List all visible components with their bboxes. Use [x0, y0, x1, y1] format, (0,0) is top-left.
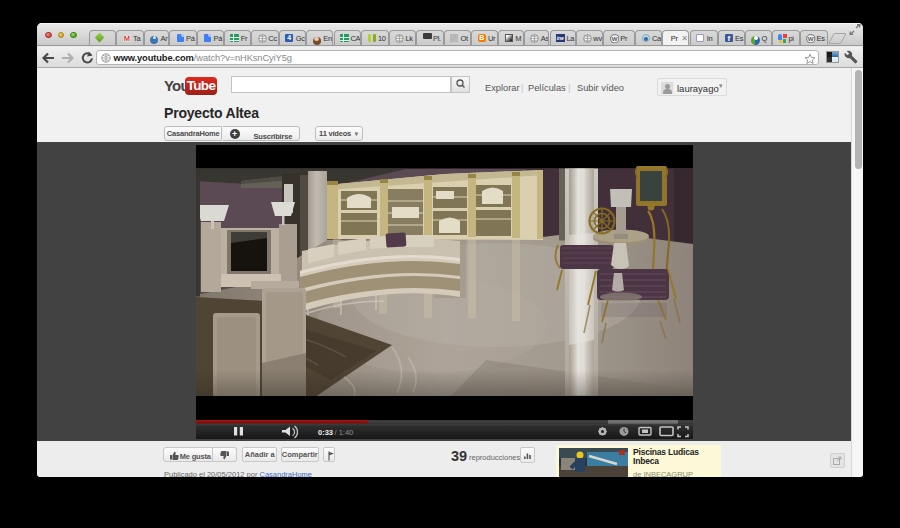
- svg-text:/ 1:40: / 1:40: [335, 428, 354, 437]
- svg-text:W: W: [808, 35, 814, 42]
- svg-text:W: W: [612, 35, 618, 42]
- svg-text:0:33: 0:33: [318, 428, 333, 437]
